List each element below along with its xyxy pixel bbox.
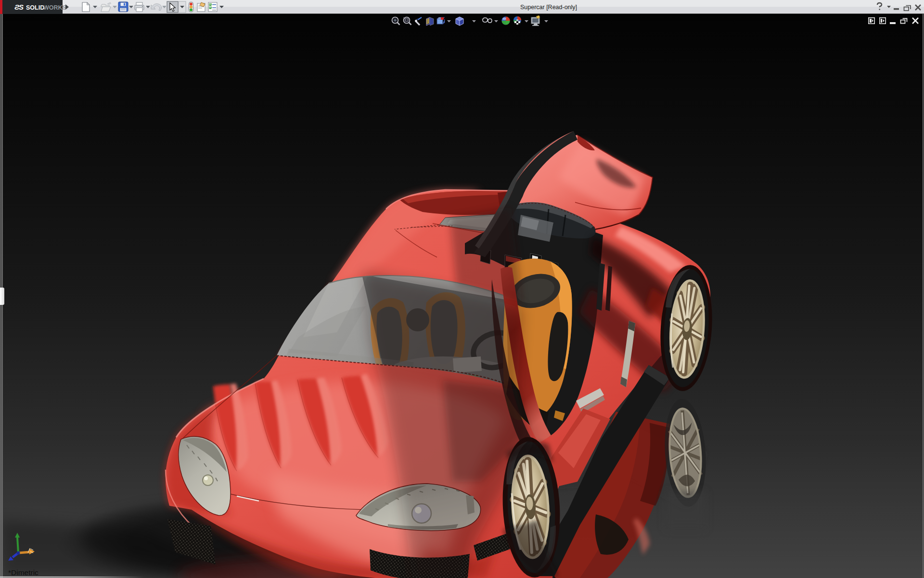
svg-text:Supercar [Read-only]: Supercar [Read-only]	[520, 4, 577, 11]
svg-text:ƧS: ƧS	[14, 3, 24, 11]
svg-text:WORKS: WORKS	[43, 4, 66, 11]
svg-text:SOLID: SOLID	[26, 4, 44, 11]
